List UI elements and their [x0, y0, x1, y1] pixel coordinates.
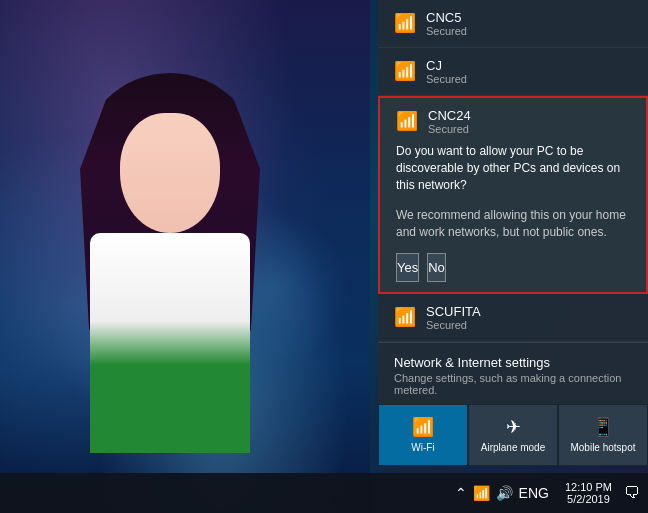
network-status-cnc5: Secured	[426, 25, 467, 37]
notification-icon[interactable]: 🗨	[620, 484, 644, 502]
quick-actions: 📶 Wi-Fi ✈ Airplane mode 📱 Mobile hotspot	[378, 404, 648, 466]
taskbar-system-icons: ⌃ 📶 🔊 ENG	[447, 485, 557, 501]
network-info-cnc5: CNC5 Secured	[426, 10, 467, 37]
language-label[interactable]: ENG	[519, 485, 549, 501]
prompt-buttons: Yes No	[396, 253, 446, 282]
network-status-cnc24: Secured	[428, 123, 471, 135]
character-face	[120, 113, 220, 233]
settings-section[interactable]: Network & Internet settings Change setti…	[378, 342, 648, 404]
taskbar-time: 12:10 PM	[565, 481, 612, 493]
wifi-tile-icon: 📶	[412, 416, 434, 438]
network-info-cj: CJ Secured	[426, 58, 467, 85]
wifi-tile-label: Wi-Fi	[411, 442, 434, 453]
network-status-scufita: Secured	[426, 319, 481, 331]
character-outfit	[90, 233, 250, 453]
network-info-scufita: SCUFITA Secured	[426, 304, 481, 331]
taskbar: ⌃ 📶 🔊 ENG 12:10 PM 5/2/2019 🗨	[0, 473, 648, 513]
yes-button[interactable]: Yes	[396, 253, 419, 282]
network-item-cj[interactable]: 📶 CJ Secured	[378, 48, 648, 96]
wifi-icon-cj: 📶	[394, 60, 416, 82]
wifi-icon-cnc24: 📶	[396, 110, 418, 132]
discoverable-prompt: Do you want to allow your PC to be disco…	[396, 143, 630, 199]
taskbar-date: 5/2/2019	[567, 493, 610, 505]
network-item-cnc5[interactable]: 📶 CNC5 Secured	[378, 0, 648, 48]
wifi-icon-cnc5: 📶	[394, 12, 416, 34]
network-item-scufita[interactable]: 📶 SCUFITA Secured	[378, 294, 648, 342]
network-panel: 📶 CNC5 Secured 📶 CJ Secured 📶 CNC24 Secu…	[378, 0, 648, 460]
network-name-cnc24: CNC24	[428, 108, 471, 123]
network-name-cnc5: CNC5	[426, 10, 467, 25]
wifi-icon-scufita: 📶	[394, 306, 416, 328]
network-item-cnc24[interactable]: 📶 CNC24 Secured Do you want to allow you…	[378, 96, 648, 294]
cnc24-header: 📶 CNC24 Secured	[396, 108, 630, 135]
settings-subtitle: Change settings, such as making a connec…	[394, 372, 632, 396]
network-name-scufita: SCUFITA	[426, 304, 481, 319]
quick-tile-mobile[interactable]: 📱 Mobile hotspot	[559, 405, 647, 465]
network-taskbar-icon[interactable]: 📶	[473, 485, 490, 501]
no-button[interactable]: No	[427, 253, 446, 282]
taskbar-right: ⌃ 📶 🔊 ENG 12:10 PM 5/2/2019 🗨	[447, 473, 644, 513]
airplane-tile-label: Airplane mode	[481, 442, 545, 453]
network-status-cj: Secured	[426, 73, 467, 85]
quick-tile-airplane[interactable]: ✈ Airplane mode	[469, 405, 557, 465]
mobile-tile-label: Mobile hotspot	[570, 442, 635, 453]
settings-title: Network & Internet settings	[394, 355, 632, 370]
discoverable-recommendation: We recommend allowing this on your home …	[396, 207, 630, 241]
network-info-cnc24: CNC24 Secured	[428, 108, 471, 135]
network-name-cj: CJ	[426, 58, 467, 73]
taskbar-clock[interactable]: 12:10 PM 5/2/2019	[557, 481, 620, 505]
anime-character	[60, 73, 280, 453]
volume-icon[interactable]: 🔊	[496, 485, 513, 501]
quick-tile-wifi[interactable]: 📶 Wi-Fi	[379, 405, 467, 465]
airplane-tile-icon: ✈	[506, 416, 521, 438]
chevron-up-icon[interactable]: ⌃	[455, 485, 467, 501]
mobile-tile-icon: 📱	[592, 416, 614, 438]
